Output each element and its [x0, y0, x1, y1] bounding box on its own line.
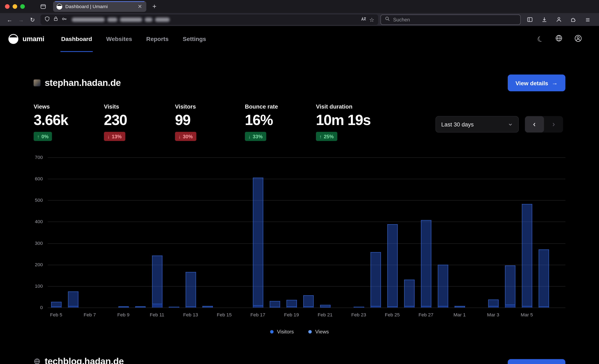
chart-bar-visitors[interactable]	[51, 306, 61, 307]
header-icons: ☾	[537, 26, 599, 52]
search-icon	[385, 16, 390, 23]
chart-bar-visitors[interactable]	[488, 306, 498, 307]
view-details-button[interactable]: View details →	[508, 359, 565, 364]
chart-bar-visitors[interactable]	[320, 307, 330, 308]
metric-value: 99	[175, 111, 196, 129]
website-title[interactable]: stephan.hadan.de	[45, 78, 121, 88]
nav-reports[interactable]: Reports	[145, 26, 169, 52]
new-tab-button[interactable]: +	[152, 3, 156, 10]
theme-toggle-moon-icon[interactable]: ☾	[536, 35, 545, 44]
chart-bar-views[interactable]	[253, 178, 263, 308]
forward-button[interactable]: →	[15, 17, 27, 22]
chart-bar-visitors[interactable]	[404, 306, 414, 307]
metric-change-badge: ↓13%	[104, 132, 125, 141]
chart-bar-visitors[interactable]	[421, 306, 431, 307]
x-axis-tick-label: Feb 21	[317, 312, 332, 318]
legend-item-visitors[interactable]: Visitors	[270, 329, 294, 335]
y-axis-tick-label: 300	[34, 240, 43, 246]
chart-bar-views[interactable]	[538, 250, 549, 307]
chart-bar-views[interactable]	[421, 220, 431, 308]
nav-dashboard[interactable]: Dashboard	[60, 26, 93, 52]
chart-bar-visitors[interactable]	[185, 306, 196, 307]
chart-bar-views[interactable]	[370, 252, 381, 307]
previous-website-button[interactable]	[525, 116, 544, 133]
metric-visit-duration: Visit duration 10m 19s ↑25%	[316, 103, 371, 141]
website-title[interactable]: techblog.hadan.de	[45, 356, 124, 364]
y-axis-tick-label: 0	[34, 304, 43, 311]
change-value: 13%	[112, 133, 122, 139]
chart-bar-views[interactable]	[185, 272, 196, 307]
lock-icon[interactable]	[53, 16, 58, 23]
view-details-button[interactable]: View details →	[508, 74, 565, 91]
language-globe-icon[interactable]	[555, 34, 563, 44]
macos-close-button[interactable]	[5, 4, 9, 9]
chart-gridline	[48, 179, 565, 179]
key-icon[interactable]	[62, 16, 67, 23]
browser-search-field[interactable]: Suchen	[380, 14, 520, 25]
chart-bar-visitors[interactable]	[522, 306, 532, 307]
chart-bar-visitors[interactable]	[454, 307, 465, 308]
chart-bar-visitors[interactable]	[202, 307, 213, 308]
browser-tab[interactable]: Dashboard | Umami ✕	[53, 1, 146, 12]
chart-bar-views[interactable]	[522, 204, 532, 308]
chart-bar-views[interactable]	[68, 291, 78, 307]
next-website-button[interactable]	[544, 116, 563, 133]
chart-bar-visitors[interactable]	[286, 306, 297, 307]
chart-bar-views[interactable]	[152, 256, 162, 308]
downloads-icon[interactable]	[539, 17, 549, 22]
chart-bar-visitors[interactable]	[353, 307, 364, 308]
chart-bar-visitors[interactable]	[169, 307, 179, 308]
macos-zoom-button[interactable]	[20, 4, 25, 9]
metric-label: Bounce rate	[245, 103, 278, 110]
account-icon[interactable]	[554, 17, 564, 22]
chart-bar-visitors[interactable]	[505, 304, 515, 307]
app-header: umami Dashboard Websites Reports Setting…	[0, 26, 599, 52]
macos-minimize-button[interactable]	[13, 4, 17, 9]
chart-bar-views[interactable]	[438, 265, 448, 307]
menu-icon[interactable]: ≡	[582, 16, 593, 23]
chart-bar-views[interactable]	[387, 224, 398, 307]
chart-bar-visitors[interactable]	[152, 304, 162, 308]
chart-bar-visitors[interactable]	[370, 306, 381, 307]
brand-name: umami	[22, 35, 44, 43]
chart-bar-visitors[interactable]	[135, 307, 145, 308]
tab-close-icon[interactable]: ✕	[137, 4, 143, 9]
chart-bar-visitors[interactable]	[303, 306, 313, 307]
chart-bar-views[interactable]	[303, 295, 313, 308]
browser-toolbar: ← → ↻ ☆	[0, 13, 599, 26]
metric-label: Visits	[104, 103, 127, 110]
browser-window: Dashboard | Umami ✕ + ← → ↻	[0, 0, 599, 364]
profile-icon[interactable]	[574, 34, 582, 44]
chart-bar-visitors[interactable]	[538, 306, 549, 307]
date-range-select[interactable]: Last 30 days	[436, 116, 519, 133]
umami-brand[interactable]: umami	[0, 26, 44, 52]
metric-label: Visitors	[175, 103, 196, 110]
chart-bar-visitors[interactable]	[118, 307, 129, 308]
nav-websites[interactable]: Websites	[106, 26, 133, 52]
nav-settings[interactable]: Settings	[182, 26, 207, 52]
metric-value: 3.66k	[34, 111, 68, 129]
translate-icon[interactable]	[361, 16, 366, 23]
legend-item-views[interactable]: Views	[308, 329, 329, 335]
chart-bar-views[interactable]	[505, 266, 515, 307]
reload-button[interactable]: ↻	[27, 17, 38, 22]
chart-bar-visitors[interactable]	[270, 307, 280, 307]
back-button[interactable]: ←	[4, 17, 15, 22]
x-axis-tick-label: Feb 15	[217, 312, 231, 318]
legend-dot-icon	[308, 330, 312, 334]
bookmark-star-icon[interactable]: ☆	[369, 17, 374, 22]
chart-bar-visitors[interactable]	[253, 305, 263, 307]
chart-bar-views[interactable]	[404, 280, 414, 308]
x-axis-tick-label: Mar 3	[487, 312, 499, 318]
url-bar[interactable]: ☆	[41, 14, 378, 25]
pageviews-chart: 0100200300400500600700Feb 5Feb 7Feb 9Feb…	[34, 153, 565, 325]
sidebar-icon[interactable]	[525, 17, 535, 22]
change-arrow-icon: ↓	[248, 133, 251, 139]
tracking-protection-shield-icon[interactable]	[44, 16, 50, 23]
firefox-view-icon[interactable]	[40, 4, 46, 9]
chart-gridline	[48, 243, 565, 244]
chart-bar-visitors[interactable]	[438, 306, 448, 307]
chart-bar-visitors[interactable]	[387, 306, 398, 307]
chart-bar-visitors[interactable]	[68, 306, 78, 307]
extensions-icon[interactable]	[568, 17, 578, 22]
